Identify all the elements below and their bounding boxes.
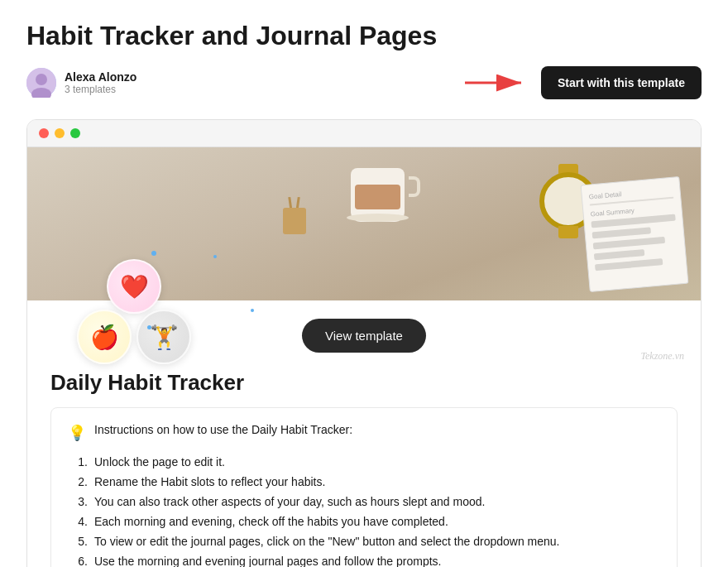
start-template-button[interactable]: Start with this template (541, 66, 702, 99)
author-name: Alexa Alonzo (65, 70, 136, 84)
list-item: 4. Each morning and evening, check off t… (68, 512, 660, 531)
list-item: 6. Use the morning and evening journal p… (68, 551, 660, 567)
page-container: Habit Tracker and Journal Pages Alexa Al… (0, 0, 728, 99)
view-template-button[interactable]: View template (302, 319, 426, 353)
avatar (26, 68, 56, 98)
author-row: Alexa Alonzo 3 templates Start with this… (26, 66, 702, 99)
instructions-header: 💡 Instructions on how to use the Daily H… (68, 423, 660, 442)
instructions-box: 💡 Instructions on how to use the Daily H… (50, 407, 678, 567)
watermark: Tekzone.vn (640, 350, 684, 363)
coffee-cup-decoration (351, 160, 409, 222)
window-chrome (27, 120, 701, 147)
list-item: 3. You can also track other aspects of y… (68, 492, 660, 512)
minimize-dot (55, 128, 65, 138)
bulb-icon: 💡 (68, 424, 86, 442)
habit-icons: ❤️ 🍎 🏋️ (77, 259, 191, 364)
apple-icon-circle: 🍎 (77, 310, 132, 364)
section-title: Daily Habit Tracker (50, 370, 678, 396)
list-item: 2. Rename the Habit slots to reflect you… (68, 472, 660, 492)
svg-point-1 (36, 74, 47, 85)
arrow-container: Start with this template (465, 66, 702, 99)
author-info: Alexa Alonzo 3 templates (26, 68, 136, 98)
author-templates: 3 templates (65, 84, 136, 95)
list-item: 5. To view or edit the journal pages, cl… (68, 531, 660, 551)
weights-icon-circle: 🏋️ (136, 310, 191, 364)
instructions-list: 1. Unlock the page to edit it. 2. Rename… (68, 452, 660, 567)
preview-window: Goal Detail Goal Summary ❤️ (26, 119, 702, 567)
template-content: Daily Habit Tracker 💡 Instructions on ho… (27, 367, 701, 567)
author-details: Alexa Alonzo 3 templates (65, 70, 136, 95)
close-dot (39, 128, 49, 138)
icons-section: ❤️ 🍎 🏋️ View template Tekzone.vn (27, 300, 701, 367)
list-item: 1. Unlock the page to edit it. (68, 452, 660, 472)
page-title: Habit Tracker and Journal Pages (26, 20, 702, 51)
maximize-dot (70, 128, 80, 138)
arrow-icon (465, 71, 531, 94)
instructions-title: Instructions on how to use the Daily Hab… (94, 423, 352, 436)
binder-clip-decoration (283, 197, 308, 234)
preview-section: Goal Detail Goal Summary ❤️ (0, 119, 728, 567)
notebook-decoration: Goal Detail Goal Summary (581, 176, 689, 292)
heart-icon-circle: ❤️ (107, 259, 161, 314)
